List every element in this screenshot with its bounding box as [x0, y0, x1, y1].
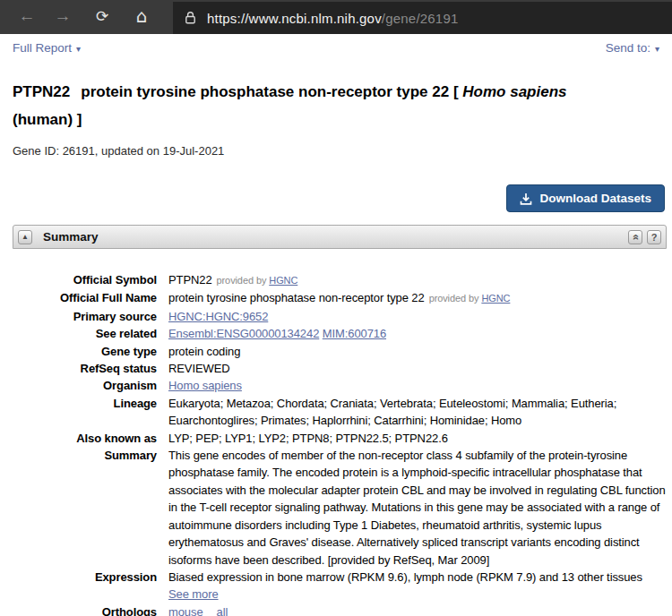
address-bar[interactable]: https://www.ncbi.nlm.nih.gov/gene/26191	[173, 2, 672, 34]
question-mark-icon: ?	[651, 232, 658, 243]
gene-title-text: protein tyrosine phosphatase non-recepto…	[81, 83, 458, 100]
download-icon	[520, 192, 532, 205]
provided-by-text: provided by	[217, 275, 267, 286]
download-button-label: Download Datasets	[539, 192, 651, 205]
browser-toolbar: ← → ⟳ ⌂ https://www.ncbi.nlm.nih.gov/gen…	[0, 0, 672, 34]
home-icon[interactable]: ⌂	[131, 0, 152, 34]
species-name: Homo sapiens	[462, 83, 566, 100]
url-path: /gene/26191	[382, 11, 459, 26]
collapse-section-button[interactable]: ▲	[18, 230, 32, 244]
orthologs-all-link[interactable]: all	[217, 605, 228, 616]
expression-text: Biased expression in bone marrow (RPKM 9…	[168, 570, 642, 584]
see-more-link[interactable]: See more	[168, 587, 219, 601]
hgnc-link[interactable]: HGNC	[481, 293, 510, 304]
field-value-official-full-name: protein tyrosine phosphatase non-recepto…	[168, 289, 672, 307]
back-icon[interactable]: ←	[16, 0, 38, 34]
lock-icon	[185, 11, 196, 25]
summary-section-title: Summary	[43, 230, 99, 244]
jump-to-top-button[interactable]: »	[628, 230, 642, 244]
hgnc-link[interactable]: HGNC	[269, 275, 297, 286]
field-label-summary: Summary	[0, 447, 157, 464]
ensembl-link[interactable]: Ensembl:ENSG00000134242	[168, 327, 319, 340]
field-value-also-known-as: LYP; PEP; LYP1; LYP2; PTPN8; PTPN22.5; P…	[168, 430, 672, 447]
download-datasets-button[interactable]: Download Datasets	[506, 184, 665, 212]
field-label-orthologs: Orthologs	[0, 603, 157, 616]
field-value-official-symbol: PTPN22provided by HGNC	[168, 271, 672, 289]
field-label-primary-source: Primary source	[0, 308, 157, 325]
summary-section-header: ▲ Summary » ?	[13, 225, 667, 249]
field-label-lineage: Lineage	[0, 395, 157, 412]
official-symbol-value: PTPN22	[168, 273, 212, 287]
download-row: Download Datasets	[0, 184, 665, 212]
field-value-refseq-status: REVIEWED	[168, 360, 672, 377]
double-chevron-up-icon: »	[629, 234, 642, 240]
help-button[interactable]: ?	[647, 230, 661, 244]
orthologs-mouse-link[interactable]: mouse	[168, 605, 203, 616]
url-domain: https://www.ncbi.nlm.nih.gov	[207, 11, 382, 26]
refresh-icon[interactable]: ⟳	[91, 0, 113, 34]
field-value-see-related: Ensembl:ENSG00000134242 MIM:600716	[168, 325, 672, 342]
organism-link[interactable]: Homo sapiens	[168, 379, 242, 392]
collapse-icon: ▲	[22, 233, 29, 241]
field-value-orthologs: mouseall	[168, 603, 672, 616]
field-value-summary: This gene encodes of member of the non-r…	[168, 447, 672, 569]
field-label-also-known-as: Also known as	[0, 430, 157, 447]
field-label-expression: Expression	[0, 569, 157, 586]
chevron-down-icon: ▾	[76, 44, 81, 54]
url-text[interactable]: https://www.ncbi.nlm.nih.gov/gene/26191	[207, 11, 458, 26]
primary-source-link[interactable]: HGNC:HGNC:9652	[168, 310, 268, 323]
provided-by-note: provided by HGNC	[217, 275, 298, 286]
full-report-label: Full Report	[13, 41, 72, 55]
gene-symbol: PTPN22	[13, 83, 70, 100]
official-full-name-value: protein tyrosine phosphatase non-recepto…	[168, 291, 425, 304]
field-value-expression: Biased expression in bone marrow (RPKM 9…	[168, 569, 672, 603]
forward-icon[interactable]: →	[52, 0, 73, 34]
provided-by-note: provided by HGNC	[429, 293, 511, 304]
send-to-dropdown[interactable]: Send to: ▾	[606, 41, 659, 55]
field-label-organism: Organism	[0, 377, 157, 394]
field-label-official-symbol: Official Symbol	[0, 271, 157, 288]
field-value-gene-type: protein coding	[168, 343, 672, 360]
field-label-see-related: See related	[0, 325, 157, 342]
report-controls-row: Full Report ▾ Send to: ▾	[13, 41, 659, 55]
field-value-organism: Homo sapiens	[168, 377, 672, 394]
chevron-down-icon: ▾	[655, 44, 659, 54]
gene-id-line: Gene ID: 26191, updated on 19-Jul-2021	[13, 144, 659, 158]
field-label-refseq-status: RefSeq status	[0, 360, 157, 377]
field-value-primary-source: HGNC:HGNC:9652	[168, 308, 672, 325]
summary-fields-table: Official Symbol PTPN22provided by HGNC O…	[0, 271, 672, 616]
provided-by-text: provided by	[429, 293, 479, 304]
mim-link[interactable]: MIM:600716	[323, 327, 386, 340]
full-report-dropdown[interactable]: Full Report ▾	[13, 41, 81, 55]
send-to-label: Send to:	[606, 41, 650, 55]
field-label-gene-type: Gene type	[0, 343, 157, 360]
gene-title-suffix: (human) ]	[13, 111, 82, 128]
field-label-official-full-name: Official Full Name	[0, 289, 157, 306]
field-value-lineage: Eukaryota; Metazoa; Chordata; Craniata; …	[168, 395, 672, 430]
page-title: PTPN22protein tyrosine phosphatase non-r…	[13, 78, 604, 133]
